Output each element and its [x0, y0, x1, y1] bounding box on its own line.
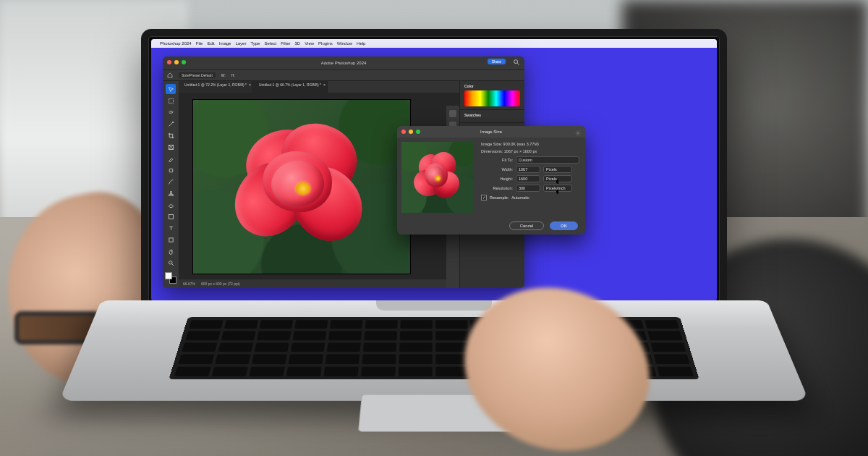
laptop-lid: Photoshop 2024 File Edit Image Layer Typ…	[141, 29, 727, 311]
tools-panel[interactable]	[163, 81, 179, 288]
close-icon[interactable]	[401, 130, 406, 134]
clone-stamp-tool-icon[interactable]	[166, 188, 176, 198]
svg-point-11	[577, 132, 579, 134]
dialog-buttons: Cancel OK	[397, 217, 585, 235]
image-size-readout: Image Size: 900.0K (was 3.77M)	[481, 142, 579, 146]
width-row[interactable]: Width: 1067 Pixels	[481, 166, 579, 173]
zoom-icon[interactable]	[182, 60, 186, 64]
window-traffic-lights[interactable]	[167, 60, 186, 64]
svg-rect-6	[169, 169, 173, 172]
zoom-tool-icon[interactable]	[166, 258, 176, 268]
healing-brush-tool-icon[interactable]	[166, 165, 176, 175]
status-doc: 600 px x 600 px (72 ppi)	[201, 282, 240, 286]
svg-line-1	[517, 63, 519, 65]
home-icon[interactable]	[167, 72, 173, 78]
document-tab-2[interactable]: Untitled-1 @ 66.7% (Layer 1, RGB/8) * ×	[253, 81, 328, 93]
ok-button[interactable]: OK	[550, 221, 578, 230]
document-tab-1-label: Untitled-1 @ 72.2% (Layer 1, RGB/8) *	[184, 83, 247, 87]
document-tab-1[interactable]: Untitled-1 @ 72.2% (Layer 1, RGB/8) * ×	[179, 81, 253, 93]
dialog-titlebar[interactable]: Image Size	[397, 126, 585, 138]
eraser-tool-icon[interactable]	[166, 200, 176, 210]
fit-to-label: Fit To:	[481, 158, 513, 162]
menu-select[interactable]: Select	[264, 41, 276, 46]
laptop-screen: Photoshop 2024 File Edit Image Layer Typ…	[151, 39, 717, 301]
frame-tool-icon[interactable]	[166, 142, 176, 152]
resample-checkbox[interactable]: ✓	[481, 195, 487, 200]
resolution-row[interactable]: Resolution: 300 Pixels/Inch	[481, 185, 579, 192]
shape-tool-icon[interactable]	[166, 235, 176, 245]
eyedropper-tool-icon[interactable]	[166, 153, 176, 164]
width-field[interactable]: 1067	[516, 166, 540, 173]
height-label: Height:	[481, 177, 513, 181]
fit-to-select[interactable]: Custom	[516, 156, 579, 164]
app-name[interactable]: Photoshop 2024	[160, 41, 192, 46]
close-tab-icon[interactable]: ×	[323, 83, 326, 87]
menu-view[interactable]: View	[305, 41, 314, 46]
svg-point-0	[514, 60, 518, 64]
swatches-panel[interactable]: Swatches	[460, 110, 524, 123]
document-tabs[interactable]: Untitled-1 @ 72.2% (Layer 1, RGB/8) * × …	[179, 81, 459, 93]
menu-filter[interactable]: Filter	[281, 41, 290, 46]
brush-tool-icon[interactable]	[166, 177, 176, 187]
share-button[interactable]: Share	[488, 59, 506, 64]
menu-help[interactable]: Help	[357, 41, 365, 46]
foreground-color-swatch[interactable]	[165, 272, 172, 279]
menu-type[interactable]: Type	[250, 41, 260, 46]
gear-icon[interactable]	[575, 130, 581, 136]
laptop-hinge-notch	[376, 300, 492, 311]
document-tab-2-label: Untitled-1 @ 66.7% (Layer 1, RGB/8) *	[259, 83, 321, 87]
dialog-form: Image Size: 900.0K (was 3.77M) Dimension…	[478, 138, 585, 217]
menu-layer[interactable]: Layer	[235, 41, 246, 46]
move-tool-icon[interactable]	[166, 84, 176, 94]
type-tool-icon[interactable]	[166, 223, 176, 233]
flower-image	[193, 100, 410, 274]
fit-to-row[interactable]: Fit To: Custom	[481, 156, 579, 164]
history-panel-icon[interactable]	[449, 110, 456, 117]
resample-label: Resample:	[490, 195, 509, 200]
foreground-background-colors[interactable]	[165, 272, 176, 284]
magic-wand-tool-icon[interactable]	[166, 119, 176, 129]
zoom-icon[interactable]	[416, 130, 420, 134]
close-tab-icon[interactable]: ×	[249, 83, 251, 87]
menu-file[interactable]: File	[196, 41, 203, 46]
resample-row[interactable]: ✓ Resample: Automatic	[481, 195, 579, 200]
hand-tool-icon[interactable]	[166, 246, 176, 256]
color-panel[interactable]: Color	[460, 81, 524, 110]
ps-status-bar[interactable]: 66.67% 600 px x 600 px (72 ppi)	[179, 279, 446, 288]
menu-3d[interactable]: 3D	[294, 41, 300, 46]
minimize-icon[interactable]	[174, 60, 179, 64]
dialog-preview[interactable]	[401, 142, 474, 213]
minimize-icon[interactable]	[409, 130, 413, 134]
gradient-tool-icon[interactable]	[166, 211, 176, 221]
crop-tool-icon[interactable]	[166, 130, 176, 140]
close-icon[interactable]	[167, 60, 171, 64]
height-field[interactable]: 1600	[516, 175, 540, 182]
resolution-label: Resolution:	[481, 186, 513, 190]
status-zoom[interactable]: 66.67%	[183, 282, 195, 286]
menu-image[interactable]: Image	[219, 41, 231, 46]
menu-window[interactable]: Window	[337, 41, 352, 46]
document-canvas[interactable]	[193, 100, 410, 274]
lasso-tool-icon[interactable]	[166, 107, 176, 117]
image-size-dialog[interactable]: Image Size	[397, 126, 585, 235]
options-width-label: W:	[221, 73, 226, 77]
resample-select[interactable]: Automatic	[511, 195, 579, 200]
options-height-label: H:	[231, 73, 235, 77]
resolution-field[interactable]: 300	[516, 185, 540, 192]
ps-title: Adobe Photoshop 2024	[321, 61, 367, 65]
width-unit-select[interactable]: Pixels	[543, 166, 572, 173]
dialog-traffic-lights[interactable]	[401, 130, 420, 134]
ps-options-bar[interactable]: Size/Preset Default W: H:	[163, 69, 524, 81]
menu-plugins[interactable]: Plugins	[318, 41, 333, 46]
menu-edit[interactable]: Edit	[207, 41, 214, 46]
color-panel-title: Color	[464, 84, 474, 88]
height-row[interactable]: Height: 1600 Pixels	[481, 175, 579, 182]
constrain-proportions-icon[interactable]	[555, 174, 562, 195]
macos-menubar[interactable]: Photoshop 2024 File Edit Image Layer Typ…	[151, 39, 717, 48]
color-spectrum[interactable]	[464, 90, 520, 106]
search-icon[interactable]	[513, 59, 520, 66]
ps-titlebar[interactable]: Adobe Photoshop 2024 Share	[163, 56, 524, 69]
cancel-button[interactable]: Cancel	[509, 221, 545, 230]
options-preset[interactable]: Size/Preset Default	[179, 72, 216, 78]
marquee-tool-icon[interactable]	[166, 96, 176, 106]
